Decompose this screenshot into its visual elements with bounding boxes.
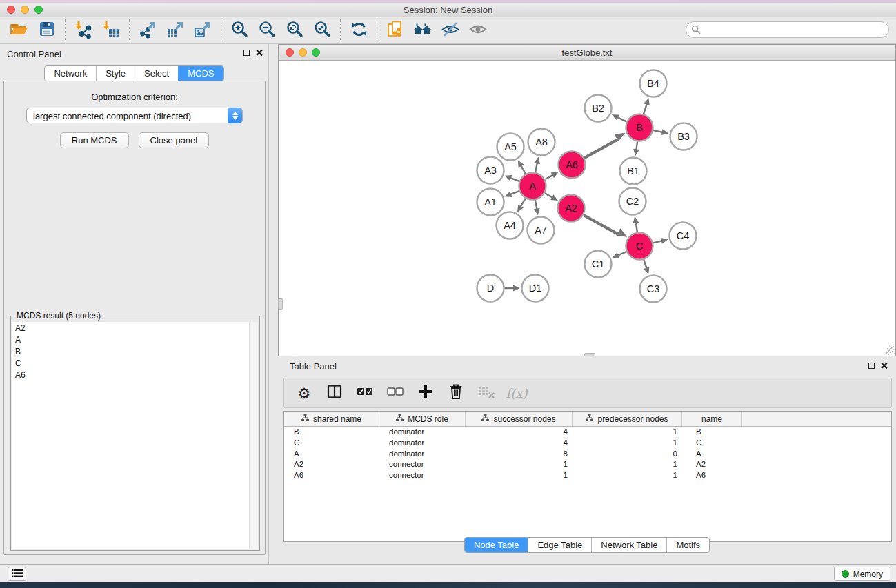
criterion-dropdown[interactable]: largest connected component (directed) xyxy=(26,108,243,123)
graph-node[interactable]: B1 xyxy=(620,158,647,185)
table-cell[interactable]: B xyxy=(284,427,379,438)
show-graphics-details-button[interactable] xyxy=(464,19,492,42)
graph-edge[interactable] xyxy=(535,163,537,172)
graph-node[interactable]: A2 xyxy=(558,195,585,222)
memory-button[interactable]: Memory xyxy=(834,567,890,581)
graph-edge[interactable] xyxy=(644,260,646,270)
graph-node[interactable]: A3 xyxy=(477,157,504,184)
task-history-button[interactable] xyxy=(8,567,26,581)
table-row[interactable]: Cdominator41C xyxy=(284,438,891,449)
run-mcds-button[interactable]: Run MCDS xyxy=(60,132,129,148)
table-cell[interactable]: 1 xyxy=(573,438,682,449)
select-all-button[interactable] xyxy=(353,381,377,405)
graph-edge[interactable] xyxy=(545,193,553,198)
column-header-predecessor-nodes[interactable]: predecessor nodes xyxy=(573,412,682,426)
table-cell[interactable]: dominator xyxy=(379,427,466,438)
tab-node-table[interactable]: Node Table xyxy=(465,538,528,552)
graph-edge[interactable] xyxy=(545,175,553,180)
graph-edge[interactable] xyxy=(644,103,647,114)
graph-node[interactable]: A7 xyxy=(528,217,555,244)
table-cell[interactable]: dominator xyxy=(379,438,466,449)
tab-select[interactable]: Select xyxy=(135,66,178,81)
graph-node[interactable]: B3 xyxy=(670,123,697,150)
graph-edge[interactable] xyxy=(636,141,637,150)
graph-node[interactable]: A6 xyxy=(559,152,586,179)
graph-node[interactable]: D xyxy=(477,275,504,302)
graph-node[interactable]: B2 xyxy=(585,95,612,122)
graph-node[interactable]: A5 xyxy=(497,134,524,161)
table-cell[interactable]: A2 xyxy=(284,459,379,470)
mcds-result-item[interactable]: B xyxy=(12,345,250,357)
zoom-selected-button[interactable] xyxy=(308,19,336,42)
tab-mcds[interactable]: MCDS xyxy=(178,66,223,81)
show-columns-button[interactable] xyxy=(323,381,346,405)
import-table-button[interactable] xyxy=(97,19,125,42)
deselect-all-button[interactable] xyxy=(384,381,407,405)
hide-graphics-details-button[interactable] xyxy=(437,19,464,42)
graph-node[interactable]: B4 xyxy=(640,70,667,97)
table-cell[interactable]: 1 xyxy=(573,459,682,470)
mcds-result-item[interactable]: A6 xyxy=(12,369,250,381)
table-cell[interactable]: A2 xyxy=(682,459,742,470)
table-cell[interactable]: connector xyxy=(379,470,466,481)
tab-style[interactable]: Style xyxy=(96,66,135,81)
table-cell[interactable]: A6 xyxy=(682,470,742,481)
close-panel-icon[interactable] xyxy=(255,49,263,57)
panel-splitter-handle[interactable] xyxy=(278,298,283,310)
column-header-successor-nodes[interactable]: successor nodes xyxy=(466,412,573,426)
tab-network-table[interactable]: Network Table xyxy=(591,538,666,552)
graph-edge[interactable] xyxy=(636,222,637,232)
graph-node[interactable]: B xyxy=(626,114,653,141)
table-cell[interactable]: 1 xyxy=(573,470,682,481)
graph-edge[interactable] xyxy=(510,178,519,181)
zoom-in-button[interactable] xyxy=(226,19,253,42)
table-cell[interactable]: 4 xyxy=(466,427,573,438)
table-cell[interactable]: 0 xyxy=(573,449,682,460)
float-panel-icon[interactable] xyxy=(243,50,250,56)
zoom-fit-button[interactable] xyxy=(281,19,308,42)
resize-grip-icon[interactable] xyxy=(886,346,895,355)
export-image-button[interactable] xyxy=(189,19,217,42)
graph-node[interactable]: A1 xyxy=(477,189,504,216)
tab-network[interactable]: Network xyxy=(45,66,96,81)
table-cell[interactable]: 1 xyxy=(466,470,573,481)
table-cell[interactable]: dominator xyxy=(379,449,466,460)
graph-node[interactable]: C xyxy=(626,233,653,260)
graph-node[interactable]: C2 xyxy=(619,188,646,215)
mcds-result-item[interactable]: A xyxy=(12,334,250,345)
search-input[interactable] xyxy=(686,21,889,38)
save-session-button[interactable] xyxy=(33,19,61,42)
graph-edge[interactable] xyxy=(584,139,619,159)
graph-edge[interactable] xyxy=(584,215,619,234)
tab-motifs[interactable]: Motifs xyxy=(666,538,709,552)
new-network-from-selection-button[interactable] xyxy=(381,19,409,42)
table-row[interactable]: Adominator80A xyxy=(284,449,891,460)
column-header-shared-name[interactable]: shared name xyxy=(284,412,379,426)
table-cell[interactable]: 4 xyxy=(466,438,573,449)
graph-edge[interactable] xyxy=(510,191,519,194)
export-network-button[interactable] xyxy=(134,19,161,42)
graph-node[interactable]: A8 xyxy=(528,129,555,156)
destroy-table-button[interactable] xyxy=(475,381,498,405)
first-neighbors-button[interactable] xyxy=(409,19,437,42)
zoom-out-button[interactable] xyxy=(253,19,281,42)
graph-node[interactable]: C4 xyxy=(670,223,697,250)
graph-node[interactable]: C3 xyxy=(640,276,667,303)
graph-edge[interactable] xyxy=(653,241,662,243)
graph-edge[interactable] xyxy=(617,117,627,121)
table-cell[interactable]: connector xyxy=(379,459,466,470)
mcds-result-scrollbar[interactable] xyxy=(249,322,258,549)
table-cell[interactable]: C xyxy=(682,438,742,449)
create-column-button[interactable] xyxy=(414,381,437,405)
apply-layout-button[interactable] xyxy=(345,19,372,42)
table-cell[interactable]: A xyxy=(284,449,379,460)
graph-edge[interactable] xyxy=(520,199,525,207)
column-header-MCDS-role[interactable]: MCDS role xyxy=(379,412,466,426)
close-panel-icon[interactable] xyxy=(880,362,888,369)
table-cell[interactable]: 8 xyxy=(466,449,573,460)
open-session-button[interactable] xyxy=(6,19,33,42)
network-canvas[interactable]: B4B2BB3A5A8A6A3B1AA1C2A2A4A7C4CC1C3DD1 xyxy=(279,61,895,356)
export-table-button[interactable] xyxy=(161,19,189,42)
import-network-button[interactable] xyxy=(70,19,97,42)
mcds-result-item[interactable]: A2 xyxy=(12,322,250,334)
